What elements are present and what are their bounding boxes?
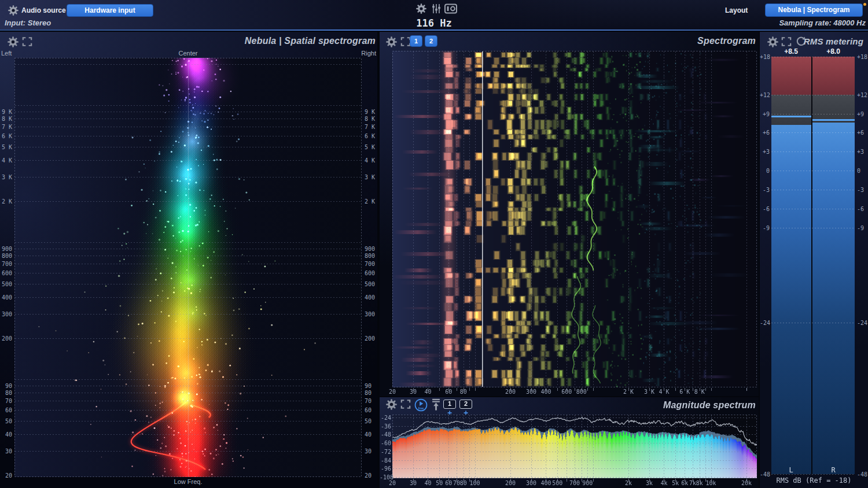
rms-meter-L — [771, 57, 811, 474]
rms-meter-R — [812, 57, 855, 474]
spatial-settings-gear-icon[interactable] — [8, 36, 19, 50]
spatial-freq-label: 300 — [0, 311, 12, 317]
spatial-freq-label: 80 — [365, 390, 377, 396]
meter-blue-fill — [771, 125, 811, 474]
audio-source-label: Audio source — [21, 6, 66, 14]
low-freq-label: Low Freq. — [165, 478, 211, 485]
spatial-freq-label: 400 — [365, 294, 377, 301]
spatial-freq-label: 20 — [0, 472, 12, 479]
spectrogram-plot[interactable] — [392, 51, 757, 392]
meter-gridline — [771, 209, 855, 209]
left-channel-label: Left — [1, 50, 12, 57]
spatial-freq-label: 5 K — [365, 144, 377, 150]
magnitude-snapshot-1[interactable]: 1 — [443, 400, 456, 409]
magnitude-db-label: -84 — [380, 457, 391, 464]
spatial-freq-label: 60 — [0, 407, 12, 413]
spectrogram-settings-gear-icon[interactable] — [386, 36, 397, 50]
rms-panel-title: RMS metering — [804, 36, 863, 46]
rms-scale-label: -6 — [760, 206, 770, 212]
magnitude-expand-icon[interactable] — [400, 399, 411, 412]
spatial-freq-label: 900 — [365, 246, 377, 252]
magnitude-settings-gear-icon[interactable] — [386, 399, 397, 412]
spatial-freq-label: 3 K — [0, 174, 12, 180]
input-status: Input: Stereo — [5, 19, 51, 27]
spatial-freq-label: 7 K — [365, 124, 377, 130]
spatial-freq-label: 50 — [0, 418, 12, 424]
rms-scale-label: 0 — [760, 168, 770, 174]
rms-scale-label: -9 — [857, 225, 868, 231]
meter-gray-zone — [771, 95, 811, 125]
spatial-freq-label: 700 — [365, 261, 377, 267]
spectrogram-freq-label: 200 — [499, 389, 522, 395]
meter-gridline — [771, 228, 855, 228]
rms-value-left: +8.5 — [774, 47, 808, 56]
spatial-freq-label: 600 — [0, 270, 12, 276]
audio-source-gear-icon[interactable] — [8, 5, 19, 18]
meter-blue-fill — [812, 123, 855, 474]
spatial-freq-label: 2 K — [0, 198, 12, 205]
live-play-icon[interactable]: live — [414, 398, 428, 414]
meter-left-channel-label: L — [774, 466, 808, 474]
notification-dot — [863, 3, 866, 6]
spatial-spectrogram-plot[interactable] — [14, 58, 362, 477]
hardware-input-button[interactable]: Hardware input — [67, 4, 153, 17]
magnitude-freq-label: 20 — [381, 480, 404, 486]
meter-gridline — [771, 171, 855, 171]
top-bar: Audio source Hardware input Input: Stere… — [0, 0, 868, 31]
spectrogram-freq-label: 2 K — [617, 389, 640, 395]
spatial-expand-icon[interactable] — [22, 36, 32, 49]
spectrogram-channel-2-button[interactable]: 2 — [425, 35, 437, 47]
meter-gridline — [771, 114, 855, 114]
magnitude-db-label: -96 — [380, 465, 391, 472]
spatial-freq-label: 200 — [365, 335, 377, 342]
rms-footer: RMS dB (Ref = -18) — [760, 476, 868, 485]
spatial-freq-label: 600 — [365, 270, 377, 276]
spatial-freq-label: 20 — [365, 472, 377, 479]
rms-scale-label: +6 — [760, 130, 770, 136]
magnitude-db-label: -48 — [380, 431, 391, 438]
rms-meters[interactable] — [771, 57, 855, 474]
magnitude-freq-label: 900 — [576, 480, 599, 486]
spatial-freq-label: 2 K — [365, 198, 377, 205]
spatial-freq-label: 8 K — [0, 116, 12, 122]
spatial-freq-label: 4 K — [365, 157, 377, 164]
magnitude-freq-label: 10k — [700, 480, 723, 486]
magnitude-db-label: -24 — [380, 415, 391, 421]
sliders-icon[interactable] — [431, 3, 442, 16]
rms-scale-label: +12 — [857, 92, 868, 98]
rms-scale-label: +3 — [857, 149, 868, 155]
center-gear-icon[interactable] — [416, 3, 426, 16]
magnitude-spectrum-plot[interactable] — [392, 415, 757, 482]
magnitude-db-label: -60 — [380, 440, 391, 446]
spatial-freq-label: 50 — [365, 418, 377, 424]
spatial-freq-label: 70 — [0, 398, 12, 404]
spectrogram-channel-1-button[interactable]: 1 — [410, 35, 422, 47]
spatial-freq-label: 90 — [0, 383, 12, 389]
spatial-spectrogram-panel: Nebula | Spatial spectrogram Left Center… — [0, 32, 377, 488]
spatial-panel-title: Nebula | Spatial spectrogram — [245, 36, 376, 46]
magnitude-db-label: -72 — [380, 449, 391, 455]
io-icon[interactable] — [444, 3, 457, 16]
spatial-freq-label: 7 K — [0, 124, 12, 130]
layout-label[interactable]: Layout — [725, 6, 748, 14]
peak-reset-icon[interactable] — [432, 398, 440, 413]
spatial-freq-label: 500 — [0, 281, 12, 287]
spectrogram-freq-label: 80 — [452, 389, 475, 395]
meter-divider — [811, 57, 812, 474]
rms-scale-label: +9 — [760, 111, 770, 117]
spatial-freq-label: 90 — [365, 383, 377, 389]
spectrogram-panel: 1 2 Spectrogram 203040608020030040060080… — [380, 32, 759, 396]
spatial-freq-label: 40 — [365, 431, 377, 438]
spatial-freq-label: 400 — [0, 294, 12, 301]
spectrogram-freq-label: 400 — [534, 389, 557, 395]
magnitude-spectrum-panel: live 1 + 2 + Magnitude spectrum -24-36-4… — [380, 397, 759, 488]
meter-rms-marker — [812, 119, 855, 121]
frequency-readout: 116 Hz — [399, 17, 469, 29]
magnitude-snapshot-2[interactable]: 2 — [459, 400, 472, 409]
layout-button[interactable]: Nebula | Spectrogram — [765, 3, 863, 17]
rms-scale-label: 0 — [857, 168, 868, 174]
meter-gridline — [771, 151, 855, 152]
spatial-freq-label: 200 — [0, 335, 12, 342]
spatial-freq-label: 800 — [0, 253, 12, 259]
spectrogram-freq-label: 4 K — [652, 389, 675, 395]
